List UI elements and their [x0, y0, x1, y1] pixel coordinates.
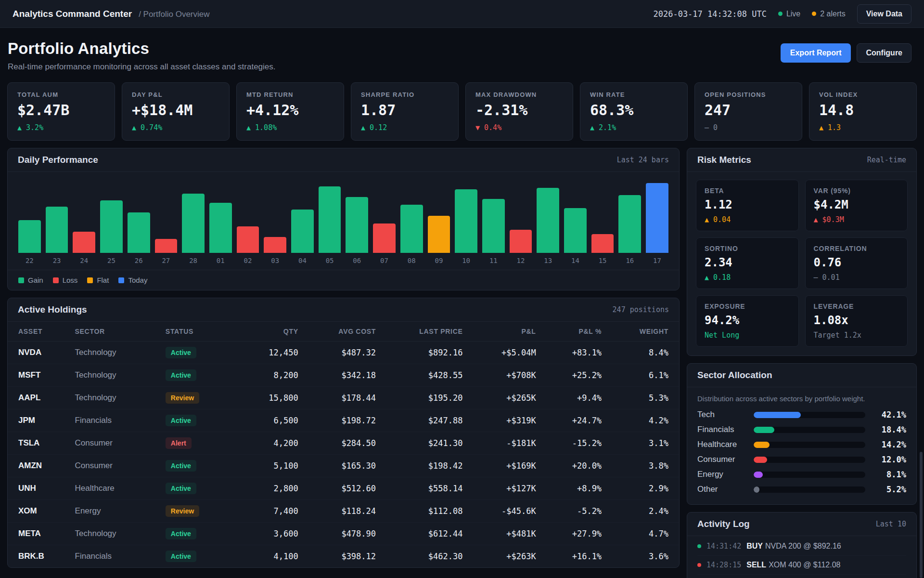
- cell-asset: XOM: [8, 500, 68, 523]
- activity-tag: BUY: [746, 542, 763, 550]
- cell-asset: AMZN: [8, 455, 68, 477]
- main-grid: Daily Performance Last 24 bars 222324252…: [0, 141, 924, 578]
- chart-xtick: 04: [291, 257, 314, 264]
- cell-avg-cost: $198.72: [305, 409, 383, 432]
- kpi-label: SHARPE RATIO: [361, 91, 449, 98]
- live-indicator: Live: [778, 10, 800, 18]
- risk-metric-delta: ▲ $0.3M: [814, 215, 899, 224]
- configure-button[interactable]: Configure: [857, 43, 911, 63]
- chart-xtick: 22: [18, 257, 41, 264]
- page-subtitle: Real-time performance monitoring across …: [8, 62, 276, 72]
- status-badge: Active: [166, 483, 196, 494]
- chart-bar: [46, 207, 68, 253]
- holdings-header: Active Holdings 247 positions: [8, 298, 679, 322]
- topbar-left: Analytics Command Center / Portfolio Ove…: [13, 9, 210, 19]
- cell-avg-cost: $178.44: [305, 387, 383, 409]
- risk-metric-delta: Net Long: [705, 331, 790, 340]
- legend-item-gain[interactable]: Gain: [18, 276, 43, 284]
- cell-weight: 5.3%: [608, 387, 679, 409]
- kpi-card: OPEN POSITIONS247— 0: [694, 82, 802, 141]
- cell-sector: Technology: [68, 364, 159, 387]
- cell-weight: 3.8%: [608, 455, 679, 477]
- cell-asset: UNH: [8, 477, 68, 500]
- kpi-value: +4.12%: [246, 102, 334, 118]
- chart-bar: [400, 205, 423, 253]
- risk-metrics-grid: BETA1.12▲ 0.04VAR (95%)$4.2M▲ $0.3MSORTI…: [687, 172, 916, 355]
- cell-status: Active: [159, 455, 239, 477]
- risk-metric-card: BETA1.12▲ 0.04: [696, 180, 799, 231]
- table-row: BRK.BFinancialsActive4,100$398.12$462.30…: [8, 545, 679, 568]
- kpi-value: -2.31%: [475, 102, 563, 118]
- kpi-card: MTD RETURN+4.12%▲ 1.08%: [236, 82, 344, 141]
- holdings-table: ASSETSECTORSTATUSQTYAVG COSTLAST PRICEP&…: [8, 322, 679, 567]
- chart-bar: [319, 186, 341, 253]
- chart-bar: [264, 237, 286, 253]
- activity-time: 14:31:42: [706, 542, 741, 551]
- kpi-delta: ▲ 1.08%: [246, 123, 334, 132]
- table-row: MSFTTechnologyActive8,200$342.18$428.55+…: [8, 364, 679, 387]
- sector-bar-track: [754, 486, 865, 493]
- legend-label: Loss: [63, 276, 78, 284]
- cell-asset: TSLA: [8, 432, 68, 455]
- status-badge: Active: [166, 347, 196, 358]
- risk-metric-card: EXPOSURE94.2%Net Long: [696, 295, 799, 347]
- cell-pnl: +$169K: [470, 455, 543, 477]
- cell-asset: NVDA: [8, 342, 68, 364]
- cell-pnl: +$127K: [470, 477, 543, 500]
- sector-allocation-header: Sector Allocation: [687, 364, 916, 387]
- legend-item-loss[interactable]: Loss: [53, 276, 78, 284]
- view-data-button[interactable]: View Data: [857, 4, 911, 24]
- sector-bar-track: [754, 442, 865, 448]
- cell-pnl: +$319K: [470, 409, 543, 432]
- sector-label: Energy: [697, 470, 747, 479]
- legend-item-flat[interactable]: Flat: [87, 276, 109, 284]
- cell-status: Alert: [159, 432, 239, 455]
- chart-xtick: 03: [264, 257, 286, 264]
- sector-row: Energy8.1%: [697, 470, 906, 479]
- kpi-label: TOTAL AUM: [17, 91, 105, 98]
- alerts-dot-icon: [812, 12, 816, 16]
- export-report-button[interactable]: Export Report: [781, 43, 851, 63]
- risk-metric-label: VAR (95%): [814, 187, 899, 195]
- cell-pnl-pct: +27.9%: [543, 523, 608, 545]
- sector-label: Consumer: [697, 455, 747, 464]
- risk-metrics-title: Risk Metrics: [697, 155, 751, 165]
- cell-weight: 3.1%: [608, 432, 679, 455]
- cell-asset: AAPL: [8, 387, 68, 409]
- holdings-title: Active Holdings: [18, 304, 87, 315]
- legend-label: Gain: [28, 276, 43, 284]
- cell-pnl-pct: +24.7%: [543, 409, 608, 432]
- holdings-col-header: LAST PRICE: [383, 322, 469, 342]
- sector-label: Healthcare: [697, 440, 747, 449]
- holdings-col-header: QTY: [239, 322, 305, 342]
- cell-qty: 2,800: [239, 477, 305, 500]
- page-scrollbar-thumb[interactable]: [920, 452, 923, 578]
- kpi-delta: ▲ 0.12: [361, 123, 449, 132]
- risk-metric-delta: ▲ 0.18: [705, 273, 790, 282]
- chart-bar: [482, 199, 505, 253]
- holdings-col-header: P&L %: [543, 322, 608, 342]
- cell-asset: MSFT: [8, 364, 68, 387]
- cell-qty: 7,400: [239, 500, 305, 523]
- sector-value: 42.1%: [872, 410, 906, 420]
- kpi-value: 247: [705, 102, 792, 118]
- cell-avg-cost: $512.60: [305, 477, 383, 500]
- cell-pnl: +$263K: [470, 545, 543, 568]
- risk-metric-card: CORRELATION0.76— 0.01: [805, 237, 908, 289]
- holdings-col-header: P&L: [470, 322, 543, 342]
- status-badge: Alert: [166, 437, 192, 449]
- status-badge: Review: [166, 505, 199, 517]
- table-row: JPMFinancialsActive6,500$198.72$247.88+$…: [8, 409, 679, 432]
- cell-sector: Healthcare: [68, 477, 159, 500]
- chart-xtick: 08: [400, 257, 423, 264]
- kpi-row: TOTAL AUM$2.47B▲ 3.2%DAY P&L+$18.4M▲ 0.7…: [0, 82, 924, 141]
- legend-swatch-icon: [87, 277, 93, 283]
- chart-bar: [428, 216, 450, 253]
- sector-row: Tech42.1%: [697, 410, 906, 420]
- chart-bar: [155, 239, 178, 253]
- kpi-value: 1.87: [361, 102, 449, 118]
- legend-item-today[interactable]: Today: [118, 276, 147, 284]
- cell-avg-cost: $478.90: [305, 523, 383, 545]
- kpi-label: WIN RATE: [590, 91, 678, 98]
- risk-metric-value: 2.34: [705, 256, 790, 269]
